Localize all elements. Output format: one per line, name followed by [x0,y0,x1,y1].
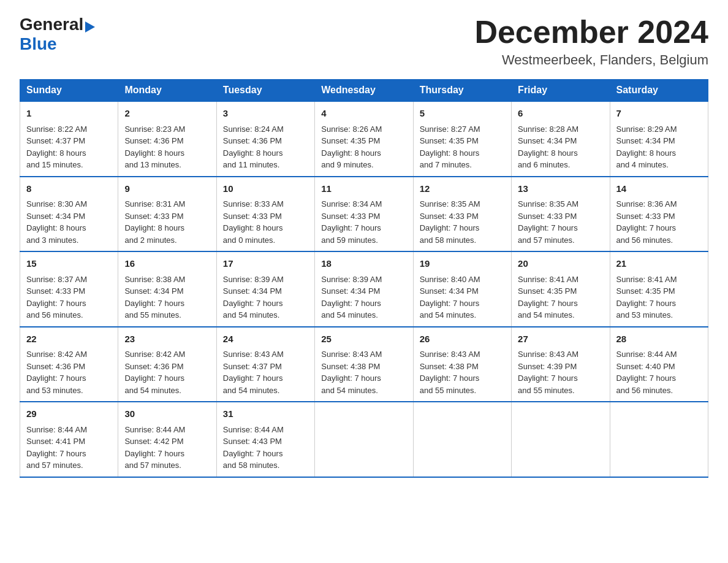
day-number: 21 [616,257,702,271]
day-number: 25 [321,332,406,347]
page-header: General Blue December 2024 Westmeerbeek,… [20,15,708,68]
day-info: Sunrise: 8:39 AMSunset: 4:34 PMDaylight:… [321,275,382,320]
calendar-cell: 6 Sunrise: 8:28 AMSunset: 4:34 PMDayligh… [512,101,610,177]
day-info: Sunrise: 8:33 AMSunset: 4:33 PMDaylight:… [223,199,284,245]
day-info: Sunrise: 8:39 AMSunset: 4:34 PMDaylight:… [223,275,284,320]
logo: General Blue [20,15,95,54]
day-info: Sunrise: 8:44 AMSunset: 4:40 PMDaylight:… [616,350,677,395]
day-number: 11 [321,182,406,196]
calendar-cell: 7 Sunrise: 8:29 AMSunset: 4:34 PMDayligh… [610,101,708,177]
day-number: 5 [420,107,505,121]
day-info: Sunrise: 8:41 AMSunset: 4:35 PMDaylight:… [518,275,578,320]
day-info: Sunrise: 8:22 AMSunset: 4:37 PMDaylight:… [26,124,87,170]
day-info: Sunrise: 8:42 AMSunset: 4:36 PMDaylight:… [124,350,185,395]
calendar-week-5: 29 Sunrise: 8:44 AMSunset: 4:41 PMDaylig… [20,402,708,477]
day-number: 10 [223,182,308,196]
calendar-cell: 2 Sunrise: 8:23 AMSunset: 4:36 PMDayligh… [118,101,216,177]
month-title: December 2024 [474,15,708,50]
day-number: 28 [616,332,702,347]
calendar-week-4: 22 Sunrise: 8:42 AMSunset: 4:36 PMDaylig… [20,327,708,402]
calendar-week-3: 15 Sunrise: 8:37 AMSunset: 4:33 PMDaylig… [20,251,708,327]
calendar-cell: 23 Sunrise: 8:42 AMSunset: 4:36 PMDaylig… [118,327,216,402]
calendar-week-1: 1 Sunrise: 8:22 AMSunset: 4:37 PMDayligh… [20,101,708,177]
calendar-cell: 9 Sunrise: 8:31 AMSunset: 4:33 PMDayligh… [118,177,216,252]
day-number: 7 [616,107,702,121]
calendar-cell: 11 Sunrise: 8:34 AMSunset: 4:33 PMDaylig… [315,177,413,252]
day-info: Sunrise: 8:23 AMSunset: 4:36 PMDaylight:… [124,124,185,170]
day-number: 4 [321,107,406,121]
calendar-cell: 19 Sunrise: 8:40 AMSunset: 4:34 PMDaylig… [413,251,511,327]
day-number: 31 [223,407,308,421]
day-info: Sunrise: 8:37 AMSunset: 4:33 PMDaylight:… [26,275,87,320]
calendar-cell: 29 Sunrise: 8:44 AMSunset: 4:41 PMDaylig… [20,402,118,477]
day-info: Sunrise: 8:43 AMSunset: 4:38 PMDaylight:… [420,350,480,395]
calendar-cell: 14 Sunrise: 8:36 AMSunset: 4:33 PMDaylig… [610,177,708,252]
calendar-cell: 22 Sunrise: 8:42 AMSunset: 4:36 PMDaylig… [20,327,118,402]
day-info: Sunrise: 8:38 AMSunset: 4:34 PMDaylight:… [124,275,185,320]
calendar-cell: 3 Sunrise: 8:24 AMSunset: 4:36 PMDayligh… [216,101,314,177]
day-number: 18 [321,257,406,271]
day-number: 12 [420,182,505,196]
day-number: 22 [26,332,112,347]
col-header-tuesday: Tuesday [216,80,314,102]
day-info: Sunrise: 8:43 AMSunset: 4:38 PMDaylight:… [321,350,382,395]
day-number: 2 [124,107,210,121]
calendar-cell: 30 Sunrise: 8:44 AMSunset: 4:42 PMDaylig… [118,402,216,477]
calendar-cell: 13 Sunrise: 8:35 AMSunset: 4:33 PMDaylig… [512,177,610,252]
day-number: 27 [518,332,603,347]
calendar-table: SundayMondayTuesdayWednesdayThursdayFrid… [20,79,708,478]
day-info: Sunrise: 8:28 AMSunset: 4:34 PMDaylight:… [518,124,578,170]
calendar-cell [413,402,511,477]
day-number: 17 [223,257,308,271]
calendar-week-2: 8 Sunrise: 8:30 AMSunset: 4:34 PMDayligh… [20,177,708,252]
col-header-wednesday: Wednesday [315,80,413,102]
col-header-sunday: Sunday [20,80,118,102]
day-number: 26 [420,332,505,347]
day-info: Sunrise: 8:34 AMSunset: 4:33 PMDaylight:… [321,199,382,245]
calendar-cell: 15 Sunrise: 8:37 AMSunset: 4:33 PMDaylig… [20,251,118,327]
calendar-cell: 31 Sunrise: 8:44 AMSunset: 4:43 PMDaylig… [216,402,314,477]
day-info: Sunrise: 8:43 AMSunset: 4:37 PMDaylight:… [223,350,284,395]
calendar-cell: 24 Sunrise: 8:43 AMSunset: 4:37 PMDaylig… [216,327,314,402]
calendar-cell: 27 Sunrise: 8:43 AMSunset: 4:39 PMDaylig… [512,327,610,402]
day-info: Sunrise: 8:42 AMSunset: 4:36 PMDaylight:… [26,350,87,395]
day-info: Sunrise: 8:29 AMSunset: 4:34 PMDaylight:… [616,124,677,170]
day-info: Sunrise: 8:36 AMSunset: 4:33 PMDaylight:… [616,199,677,245]
calendar-cell: 28 Sunrise: 8:44 AMSunset: 4:40 PMDaylig… [610,327,708,402]
day-info: Sunrise: 8:31 AMSunset: 4:33 PMDaylight:… [124,199,185,245]
logo-blue: Blue [20,34,57,53]
calendar-header-row: SundayMondayTuesdayWednesdayThursdayFrid… [20,80,708,102]
day-info: Sunrise: 8:26 AMSunset: 4:35 PMDaylight:… [321,124,382,170]
day-info: Sunrise: 8:44 AMSunset: 4:43 PMDaylight:… [223,425,284,470]
calendar-cell: 20 Sunrise: 8:41 AMSunset: 4:35 PMDaylig… [512,251,610,327]
col-header-saturday: Saturday [610,80,708,102]
calendar-cell: 21 Sunrise: 8:41 AMSunset: 4:35 PMDaylig… [610,251,708,327]
day-info: Sunrise: 8:24 AMSunset: 4:36 PMDaylight:… [223,124,284,170]
calendar-cell: 5 Sunrise: 8:27 AMSunset: 4:35 PMDayligh… [413,101,511,177]
day-info: Sunrise: 8:41 AMSunset: 4:35 PMDaylight:… [616,275,677,320]
day-number: 1 [26,107,112,121]
day-info: Sunrise: 8:44 AMSunset: 4:41 PMDaylight:… [26,425,87,470]
day-number: 14 [616,182,702,196]
day-number: 3 [223,107,308,121]
calendar-cell: 8 Sunrise: 8:30 AMSunset: 4:34 PMDayligh… [20,177,118,252]
day-info: Sunrise: 8:44 AMSunset: 4:42 PMDaylight:… [124,425,185,470]
calendar-cell [315,402,413,477]
calendar-cell: 26 Sunrise: 8:43 AMSunset: 4:38 PMDaylig… [413,327,511,402]
calendar-cell: 17 Sunrise: 8:39 AMSunset: 4:34 PMDaylig… [216,251,314,327]
calendar-cell: 16 Sunrise: 8:38 AMSunset: 4:34 PMDaylig… [118,251,216,327]
day-number: 6 [518,107,603,121]
day-info: Sunrise: 8:43 AMSunset: 4:39 PMDaylight:… [518,350,578,395]
day-number: 29 [26,407,112,421]
day-info: Sunrise: 8:40 AMSunset: 4:34 PMDaylight:… [420,275,480,320]
day-info: Sunrise: 8:35 AMSunset: 4:33 PMDaylight:… [518,199,578,245]
day-info: Sunrise: 8:30 AMSunset: 4:34 PMDaylight:… [26,199,87,245]
calendar-cell: 12 Sunrise: 8:35 AMSunset: 4:33 PMDaylig… [413,177,511,252]
calendar-cell: 18 Sunrise: 8:39 AMSunset: 4:34 PMDaylig… [315,251,413,327]
day-number: 16 [124,257,210,271]
day-number: 8 [26,182,112,196]
day-number: 23 [124,332,210,347]
location-title: Westmeerbeek, Flanders, Belgium [474,52,708,68]
day-number: 9 [124,182,210,196]
title-area: December 2024 Westmeerbeek, Flanders, Be… [474,15,708,68]
